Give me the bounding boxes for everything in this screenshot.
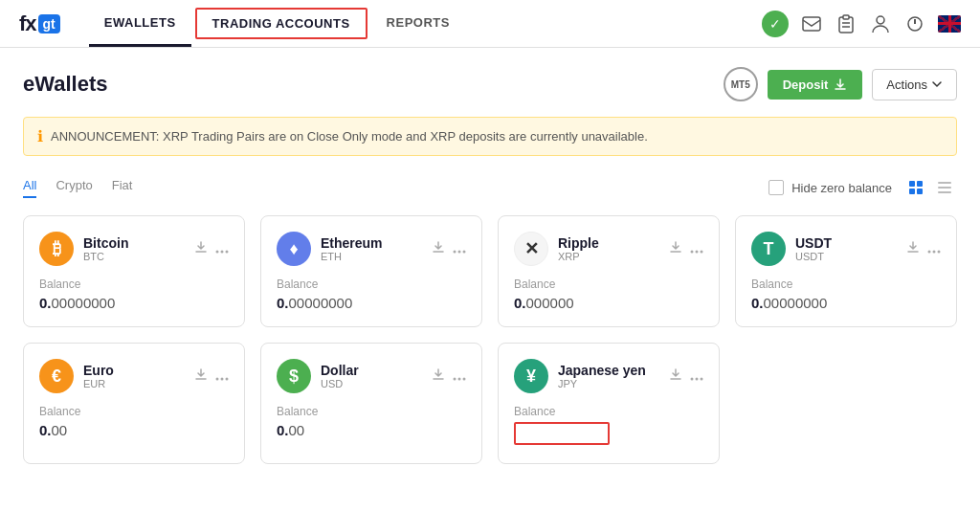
wallet-card-usdt: TUSDTUSDTBalance0.00000000 xyxy=(735,215,957,327)
nav-item-reports[interactable]: REPORTS xyxy=(371,0,465,47)
wallet-name-btc: Bitcoin xyxy=(83,235,194,251)
wallet-card-eth: ♦EthereumETHBalance0.00000000 xyxy=(260,215,482,327)
filter-tab-fiat[interactable]: Fiat xyxy=(112,178,133,198)
nav-item-ewallets[interactable]: EWALLETS xyxy=(89,0,191,47)
balance-int-xrp: 0. xyxy=(514,295,526,311)
actions-label: Actions xyxy=(886,78,927,92)
balance-value-eur: 0.00 xyxy=(39,422,229,438)
wallet-header-usd: $DollarUSD xyxy=(277,359,466,393)
svg-point-33 xyxy=(691,378,694,381)
wallet-header-btc: ₿BitcoinBTC xyxy=(39,232,229,266)
jpy-icon: ¥ xyxy=(514,359,548,393)
balance-label-usdt: Balance xyxy=(751,278,941,291)
hide-zero-toggle[interactable]: Hide zero balance xyxy=(768,180,892,195)
list-view-button[interactable] xyxy=(932,175,957,200)
eur-icon: € xyxy=(39,359,74,393)
wallet-name-block-usdt: USDTUSDT xyxy=(795,235,906,262)
wallet-more-btc[interactable] xyxy=(215,240,229,257)
mt5-badge: MT5 xyxy=(724,67,758,101)
wallet-header-xrp: ✕RippleXRP xyxy=(514,232,703,266)
wallet-card-eur: €EuroEURBalance0.00 xyxy=(23,343,245,464)
svg-point-30 xyxy=(454,378,457,381)
actions-button[interactable]: Actions xyxy=(872,69,957,100)
filter-tab-crypto[interactable]: Crypto xyxy=(56,178,92,198)
svg-rect-14 xyxy=(938,191,951,193)
balance-int-eur: 0. xyxy=(39,422,52,438)
svg-point-17 xyxy=(226,251,229,254)
wallet-ticker-xrp: XRP xyxy=(558,251,669,262)
wallet-name-block-xrp: RippleXRP xyxy=(558,235,669,262)
wallet-more-xrp[interactable] xyxy=(690,240,703,257)
wallet-actions-xrp xyxy=(669,240,703,257)
wallet-ticker-eth: ETH xyxy=(321,251,432,262)
deposit-button[interactable]: Deposit xyxy=(768,70,863,100)
check-icon[interactable]: ✓ xyxy=(762,11,789,37)
wallet-header-jpy: ¥Japanese yenJPY xyxy=(514,359,703,393)
wallet-name-block-eth: EthereumETH xyxy=(321,235,432,262)
wallet-more-usdt[interactable] xyxy=(927,240,941,257)
wallet-download-jpy[interactable] xyxy=(669,367,682,385)
svg-rect-12 xyxy=(938,182,951,184)
filter-right: Hide zero balance xyxy=(768,175,957,200)
wallet-header-eur: €EuroEUR xyxy=(39,359,229,393)
svg-point-32 xyxy=(463,378,466,381)
hide-zero-checkbox[interactable] xyxy=(768,180,784,195)
svg-point-18 xyxy=(454,251,457,254)
svg-rect-10 xyxy=(909,189,915,194)
svg-point-34 xyxy=(696,378,699,381)
wallet-ticker-usd: USD xyxy=(321,378,432,389)
page-header: eWallets MT5 Deposit Actions xyxy=(23,67,957,101)
logo-gt: gt xyxy=(38,14,60,33)
wallet-header-usdt: TUSDTUSDT xyxy=(751,232,941,266)
wallet-name-eth: Ethereum xyxy=(321,235,432,251)
wallet-header-eth: ♦EthereumETH xyxy=(277,232,466,266)
svg-rect-11 xyxy=(917,189,923,194)
svg-point-22 xyxy=(696,251,699,254)
wallet-download-usdt[interactable] xyxy=(906,240,920,257)
wallet-actions-btc xyxy=(194,240,229,257)
header: fx gt EWALLETSTRADING ACCOUNTSREPORTS ✓ xyxy=(0,0,980,48)
wallet-download-xrp[interactable] xyxy=(669,240,682,257)
svg-point-24 xyxy=(928,251,931,254)
svg-rect-0 xyxy=(803,17,820,31)
xrp-icon: ✕ xyxy=(514,232,548,266)
wallet-name-block-eur: EuroEUR xyxy=(83,363,194,389)
wallet-more-eth[interactable] xyxy=(453,240,466,257)
wallet-download-btc[interactable] xyxy=(194,240,208,257)
wallet-download-usd[interactable] xyxy=(432,367,445,385)
svg-rect-9 xyxy=(917,181,923,187)
filters-bar: AllCryptoFiat Hide zero balance xyxy=(23,175,957,200)
power-icon[interactable] xyxy=(903,12,926,35)
grid-view-button[interactable] xyxy=(903,175,928,200)
svg-point-31 xyxy=(458,378,461,381)
wallet-more-usd[interactable] xyxy=(453,367,466,385)
clipboard-icon[interactable] xyxy=(835,12,858,35)
svg-point-19 xyxy=(458,251,461,254)
svg-rect-8 xyxy=(909,181,915,187)
wallet-actions-usd xyxy=(432,367,466,385)
balance-value-usdt: 0.00000000 xyxy=(751,295,941,311)
mail-icon[interactable] xyxy=(800,12,823,35)
flag-icon[interactable] xyxy=(938,12,961,35)
balance-dec-usd: 00 xyxy=(289,422,305,438)
wallet-download-eur[interactable] xyxy=(194,367,208,385)
wallet-more-jpy[interactable] xyxy=(690,367,703,385)
wallet-actions-usdt xyxy=(906,240,941,257)
logo[interactable]: fx gt xyxy=(19,11,60,36)
svg-point-5 xyxy=(877,16,884,24)
wallet-more-eur[interactable] xyxy=(215,367,229,385)
wallet-download-eth[interactable] xyxy=(432,240,445,257)
eth-icon: ♦ xyxy=(277,232,311,266)
announcement-banner: ℹ ANNOUNCEMENT: XRP Trading Pairs are on… xyxy=(23,117,957,156)
filter-tabs: AllCryptoFiat xyxy=(23,178,768,198)
nav-item-trading-accounts[interactable]: TRADING ACCOUNTS xyxy=(195,8,368,39)
wallet-ticker-jpy: JPY xyxy=(558,378,669,389)
balance-int-usd: 0. xyxy=(277,422,289,438)
wallet-card-jpy: ¥Japanese yenJPYBalance xyxy=(498,343,720,464)
wallet-actions-jpy xyxy=(669,367,703,385)
wallet-ticker-usdt: USDT xyxy=(795,251,906,262)
user-icon[interactable] xyxy=(869,12,892,35)
deposit-label: Deposit xyxy=(783,78,829,92)
filter-tab-all[interactable]: All xyxy=(23,178,36,198)
wallet-card-btc: ₿BitcoinBTCBalance0.00000000 xyxy=(23,215,245,327)
